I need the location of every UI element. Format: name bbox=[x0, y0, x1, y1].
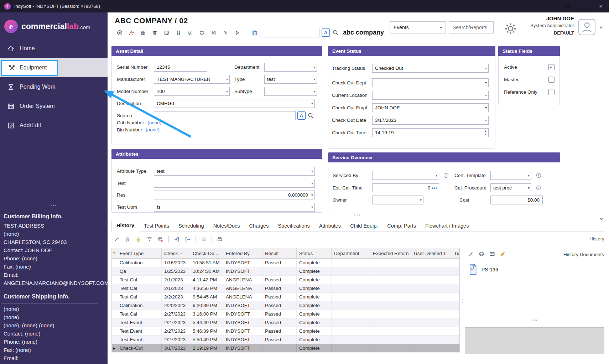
table-row[interactable]: Test Cal2/1/20234:36:56 PMANGELENAPassed… bbox=[112, 284, 459, 293]
last-record-button[interactable] bbox=[222, 29, 229, 37]
close-button[interactable]: × bbox=[593, 0, 609, 12]
check-out-dept-combo[interactable]: ▾ bbox=[372, 78, 489, 87]
filter-button[interactable] bbox=[146, 235, 153, 243]
panels-expander[interactable]: ... bbox=[340, 210, 375, 217]
search-icon[interactable] bbox=[332, 29, 339, 38]
table-row[interactable]: Test Event2/27/20235:44:49 PMINDYSOFTPas… bbox=[112, 318, 459, 327]
sidebar-item-equipment[interactable]: Equipment bbox=[0, 58, 108, 77]
table-row[interactable]: Test Event2/27/20235:46:39 PMINDYSOFTPas… bbox=[112, 327, 459, 336]
serviced-by-combo[interactable]: ▾ bbox=[372, 171, 439, 180]
print-button[interactable] bbox=[478, 250, 485, 258]
document-item[interactable]: PS-136 bbox=[468, 264, 498, 275]
user-menu-chevron[interactable] bbox=[598, 25, 604, 32]
table-row[interactable]: Test Cal2/27/20233:16:00 PMINDYSOFTPasse… bbox=[112, 310, 459, 318]
print-button[interactable] bbox=[198, 29, 206, 37]
column-header-entered-by[interactable]: Entered By bbox=[223, 248, 262, 258]
event-edit-button[interactable] bbox=[163, 29, 171, 37]
sidebar-item-home[interactable]: Home bbox=[0, 39, 108, 58]
column-header-event-type[interactable]: Event Type bbox=[117, 248, 162, 258]
schedule-button[interactable] bbox=[216, 235, 224, 243]
clone-button[interactable] bbox=[139, 29, 147, 37]
crib-number-link[interactable]: (none) bbox=[147, 120, 161, 125]
column-header-department[interactable]: Department bbox=[332, 248, 370, 258]
settings-gear-button[interactable] bbox=[504, 22, 517, 37]
info-icon[interactable] bbox=[536, 185, 542, 191]
check-out-time-spinner[interactable]: 14:19:19▲▼ bbox=[372, 128, 489, 137]
copy-records-button[interactable] bbox=[251, 29, 259, 37]
check-out-button[interactable] bbox=[184, 235, 192, 243]
annotate-button[interactable] bbox=[499, 250, 507, 258]
manufacturer-combo[interactable]: TEST MANUFACTURER▾ bbox=[154, 75, 230, 84]
res-combo[interactable]: 0.000000▾ bbox=[154, 191, 315, 199]
bookmark-button[interactable] bbox=[175, 29, 182, 37]
unlock-button[interactable] bbox=[135, 235, 142, 243]
table-row[interactable]: Test Cal2/2/20239:54:45 AMANGELENAPassed… bbox=[112, 293, 459, 301]
column-header-user-defined-1[interactable]: User Defined 1 bbox=[411, 248, 452, 258]
model-number-combo[interactable]: 100▾ bbox=[154, 87, 230, 96]
est-cal-time-field[interactable]: 0••• bbox=[372, 183, 439, 192]
add-button[interactable] bbox=[116, 29, 124, 37]
tab-specifications[interactable]: Specifications bbox=[273, 220, 314, 231]
attribute-type-combo[interactable]: test▾ bbox=[154, 167, 315, 176]
checkbox-reference-only[interactable] bbox=[548, 89, 555, 95]
tab-child-equip[interactable]: Child Equip. bbox=[345, 220, 382, 231]
tracking-status-combo[interactable]: Checked Out▾ bbox=[372, 64, 489, 73]
ellipsis-button[interactable]: ••• bbox=[432, 186, 437, 191]
search-reports-input[interactable] bbox=[449, 21, 494, 33]
check-out-empl-combo[interactable]: JOHN DOE▾ bbox=[372, 103, 489, 112]
auto-search-toggle[interactable]: A bbox=[297, 111, 306, 120]
table-row[interactable]: ▶Check-Out3/17/20232:19:19 PMINDYSOFTCom… bbox=[112, 344, 459, 353]
events-dropdown[interactable]: Events ▾ bbox=[390, 21, 446, 33]
configure-button[interactable] bbox=[113, 235, 120, 243]
description-combo[interactable]: CMHG0▾ bbox=[154, 99, 315, 108]
delete-button[interactable] bbox=[124, 235, 131, 243]
email-button[interactable] bbox=[488, 250, 496, 258]
subtype-combo[interactable]: ▾ bbox=[264, 87, 317, 96]
owner-combo[interactable]: ▾ bbox=[372, 196, 423, 204]
tab-history[interactable]: History bbox=[111, 220, 139, 232]
table-row[interactable]: Calibration1/16/202310:58:51 AMINDYSOFTP… bbox=[112, 259, 459, 267]
check-in-button[interactable] bbox=[173, 235, 181, 243]
delete-button[interactable] bbox=[151, 29, 159, 37]
avatar[interactable] bbox=[578, 19, 595, 35]
search-icon[interactable] bbox=[307, 112, 314, 121]
user-block[interactable]: JOHN DOE System Administrator DEFAULT bbox=[520, 15, 574, 36]
column-header-result[interactable]: Result bbox=[262, 248, 297, 258]
run-button[interactable] bbox=[233, 29, 241, 37]
test-combo[interactable]: ▾ bbox=[154, 179, 315, 188]
info-icon[interactable] bbox=[536, 172, 542, 178]
tab-test-points[interactable]: Test Points bbox=[139, 220, 174, 231]
minimize-button[interactable]: – bbox=[560, 0, 576, 12]
status-sync-button[interactable] bbox=[186, 29, 194, 37]
column-header-check[interactable]: Check▲ bbox=[162, 248, 190, 258]
cal-procedure-combo[interactable]: test proc▾ bbox=[490, 183, 531, 192]
checkbox-active[interactable]: ✓ bbox=[548, 64, 555, 70]
department-combo[interactable]: ▾ bbox=[264, 63, 317, 72]
sidebar-item-order-system[interactable]: Order System bbox=[0, 97, 108, 116]
column-header-check-ou[interactable]: Check-Ou... bbox=[190, 248, 223, 258]
sidebar-more[interactable]: ... bbox=[0, 201, 108, 208]
check-in-user-button[interactable] bbox=[127, 29, 135, 37]
serial-number-input[interactable] bbox=[154, 63, 207, 72]
tab-charges[interactable]: Charges bbox=[245, 220, 274, 231]
table-row[interactable]: Test Event2/27/20235:50:49 PMINDYSOFTPas… bbox=[112, 336, 459, 344]
details-button[interactable] bbox=[200, 235, 208, 243]
brand-logo[interactable]: e commerciallab.com bbox=[0, 12, 108, 39]
asset-search-input[interactable] bbox=[154, 111, 296, 120]
tab-flowchart-images[interactable]: Flowchart / Images bbox=[421, 220, 474, 231]
auto-search-toggle[interactable]: A bbox=[322, 28, 330, 37]
tab-attributes[interactable]: Attributes bbox=[314, 220, 345, 231]
table-row[interactable]: Calibration2/20/20236:20:39 PMINDYSOFTPa… bbox=[112, 301, 459, 310]
type-combo[interactable]: test▾ bbox=[264, 75, 317, 84]
column-header-us[interactable]: Us bbox=[452, 248, 459, 258]
documents-more[interactable]: ... bbox=[464, 316, 605, 322]
info-icon[interactable] bbox=[443, 172, 449, 178]
cert-template-combo[interactable]: ▾ bbox=[490, 171, 531, 180]
first-record-button[interactable] bbox=[210, 29, 218, 37]
check-out-date-picker[interactable]: 3/17/2023▾ bbox=[372, 116, 489, 125]
sidebar-item-add-edit[interactable]: Add/Edit bbox=[0, 116, 108, 135]
tab-comp-parts[interactable]: Comp. Parts bbox=[382, 220, 421, 231]
table-row[interactable]: Test Cal2/1/20234:11:42 PMANGELENAPassed… bbox=[112, 276, 459, 284]
tab-notes-docs[interactable]: Notes/Docs bbox=[209, 220, 245, 231]
configure-button[interactable] bbox=[467, 250, 475, 258]
